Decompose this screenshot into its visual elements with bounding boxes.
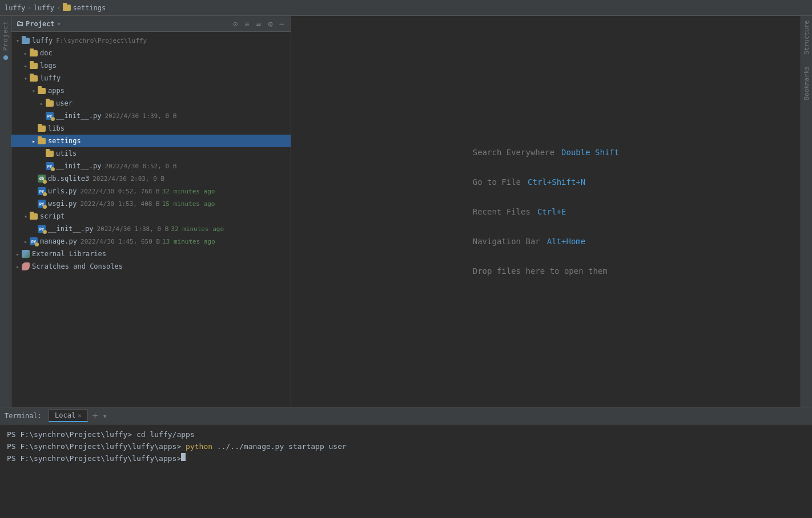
tree-item-user[interactable]: user bbox=[11, 97, 291, 110]
item-urls: urls.py bbox=[48, 187, 77, 195]
item-db: db.sqlite3 bbox=[48, 175, 89, 183]
tree-root[interactable]: luffy F:\synchro\Project\luffy bbox=[11, 34, 291, 47]
breadcrumb-folder-icon bbox=[63, 5, 71, 11]
item-apps: apps bbox=[48, 87, 65, 95]
folder-script bbox=[30, 213, 38, 220]
meta-manage: 2022/4/30 1:45, 650 B bbox=[81, 238, 160, 245]
cmd-1: cd luffy/apps bbox=[132, 429, 195, 441]
tree-item-init-script[interactable]: py __init__.py 2022/4/30 1:38, 0 B 32 mi… bbox=[11, 222, 291, 235]
hint-recent: Recent Files Ctrl+E bbox=[473, 207, 566, 216]
structure-tab[interactable]: Structure bbox=[803, 21, 810, 55]
item-scratches: Scratches and Consoles bbox=[32, 262, 123, 270]
item-init-script: __init__.py bbox=[48, 225, 93, 233]
meta-urls: 2022/4/30 0:52, 768 B bbox=[81, 188, 160, 195]
terminal-line-1: PS F:\synchro\Project\luffy> cd luffy/ap… bbox=[7, 429, 805, 441]
right-sidebar: Structure Bookmarks bbox=[801, 16, 812, 407]
sidebar-dot bbox=[3, 55, 8, 60]
prompt-1: PS F:\synchro\Project\luffy> bbox=[7, 429, 132, 441]
panel-title: 🗂 Project ▾ bbox=[16, 19, 228, 28]
goto-key: Ctrl+Shift+N bbox=[528, 177, 585, 187]
breadcrumb: luffy › luffy › settings bbox=[0, 0, 812, 16]
tree-item-external[interactable]: External Libraries bbox=[11, 248, 291, 260]
chevron-user bbox=[38, 99, 46, 107]
meta-init-settings: 2022/4/30 0:52, 0 B bbox=[104, 163, 176, 170]
tree-item-init-settings[interactable]: py __init__.py 2022/4/30 0:52, 0 B bbox=[11, 160, 291, 172]
tree-item-urls[interactable]: py urls.py 2022/4/30 0:52, 768 B 32 minu… bbox=[11, 185, 291, 197]
prompt-2: PS F:\synchro\Project\luffy\luffy\apps> bbox=[7, 441, 181, 453]
py-icon-init-script: py bbox=[38, 225, 46, 233]
bookmarks-tab[interactable]: Bookmarks bbox=[803, 66, 810, 100]
recent-key: Ctrl+E bbox=[537, 207, 566, 216]
chevron-scratches bbox=[14, 262, 22, 270]
breadcrumb-item-3[interactable]: settings bbox=[73, 4, 106, 12]
chevron-logs bbox=[22, 62, 30, 70]
item-utils: utils bbox=[56, 149, 77, 157]
tree-item-apps[interactable]: apps bbox=[11, 84, 291, 97]
cmd-2c: ../../manage.py startapp user bbox=[212, 441, 347, 453]
nav-label: Navigation Bar bbox=[473, 237, 540, 246]
chevron-script bbox=[22, 212, 30, 220]
chevron-settings bbox=[30, 137, 38, 145]
tree-item-doc[interactable]: doc bbox=[11, 47, 291, 59]
panel-header: 🗂 Project ▾ ⊙ ≡ ⇌ ⚙ ─ bbox=[11, 16, 291, 32]
tree-item-scratches[interactable]: Scratches and Consoles bbox=[11, 260, 291, 273]
item-external: External Libraries bbox=[32, 250, 106, 258]
chevron-doc bbox=[22, 49, 30, 57]
tree-item-db[interactable]: db db.sqlite3 2022/4/30 2:03, 0 B bbox=[11, 172, 291, 185]
breadcrumb-sep-2: › bbox=[57, 4, 61, 11]
breadcrumb-item-1[interactable]: luffy bbox=[5, 4, 25, 12]
chevron-manage bbox=[22, 237, 30, 245]
bottom-panel: Terminal: Local ✕ + ▾ PS F:\synchro\Proj… bbox=[0, 407, 812, 518]
tree-item-manage[interactable]: py manage.py 2022/4/30 1:45, 650 B 13 mi… bbox=[11, 235, 291, 248]
root-name: luffy bbox=[32, 37, 53, 44]
prompt-3: PS F:\synchro\Project\luffy\luffy\apps> bbox=[7, 453, 181, 465]
py-icon-manage: py bbox=[30, 237, 38, 245]
terminal-tab-local[interactable]: Local ✕ bbox=[49, 409, 88, 422]
minimize-icon[interactable]: ─ bbox=[278, 18, 286, 30]
root-folder-icon bbox=[22, 38, 30, 44]
terminal-cursor bbox=[181, 453, 186, 461]
item-luffy-sub: luffy bbox=[40, 74, 61, 82]
settings-icon[interactable]: ⚙ bbox=[266, 18, 274, 30]
breadcrumb-sep-1: › bbox=[27, 4, 31, 11]
breadcrumb-item-2[interactable]: luffy bbox=[34, 4, 54, 12]
goto-label: Go to File bbox=[473, 177, 521, 187]
tree-item-libs[interactable]: libs bbox=[11, 122, 291, 135]
item-doc: doc bbox=[40, 49, 53, 57]
tab-close-button[interactable]: ✕ bbox=[78, 412, 82, 419]
folder-libs bbox=[38, 126, 46, 132]
py-icon-wsgi: py bbox=[38, 200, 46, 208]
tree-item-script[interactable]: script bbox=[11, 210, 291, 222]
terminal-tabs: Terminal: Local ✕ + ▾ bbox=[0, 407, 812, 424]
tab-add-button[interactable]: + bbox=[90, 410, 101, 421]
tab-dropdown-button[interactable]: ▾ bbox=[102, 411, 107, 420]
tree-item-logs[interactable]: logs bbox=[11, 59, 291, 72]
folder-logs bbox=[30, 63, 38, 69]
sqlite-icon: db bbox=[38, 175, 46, 183]
ago-urls: 32 minutes ago bbox=[162, 188, 215, 195]
item-init-apps: __init__.py bbox=[56, 112, 101, 120]
hint-search: Search Everywhere Double Shift bbox=[473, 148, 619, 157]
folder-doc bbox=[30, 50, 38, 56]
drop-label: Drop files here to open them bbox=[473, 266, 608, 276]
ago-manage: 13 minutes ago bbox=[162, 238, 215, 245]
chevron-external bbox=[14, 250, 22, 258]
item-init-settings: __init__.py bbox=[56, 162, 101, 170]
cmd-2a bbox=[181, 441, 186, 453]
collapse-icon[interactable]: ≡ bbox=[243, 18, 251, 30]
terminal-body: PS F:\synchro\Project\luffy> cd luffy/ap… bbox=[0, 424, 812, 518]
tree-item-utils[interactable]: utils bbox=[11, 147, 291, 160]
item-logs: logs bbox=[40, 62, 57, 70]
scope-icon[interactable]: ⊙ bbox=[231, 18, 239, 30]
py-icon-init-apps: py bbox=[46, 112, 54, 120]
tree-item-luffy-sub[interactable]: luffy bbox=[11, 72, 291, 84]
tree-item-settings[interactable]: settings bbox=[11, 135, 291, 147]
project-label-vertical: Project bbox=[2, 21, 9, 51]
panel-actions: ⊙ ≡ ⇌ ⚙ ─ bbox=[231, 18, 286, 30]
tree-item-init-apps[interactable]: py __init__.py 2022/4/30 1:39, 0 B bbox=[11, 110, 291, 122]
filter-icon[interactable]: ⇌ bbox=[255, 18, 263, 30]
tree-item-wsgi[interactable]: py wsgi.py 2022/4/30 1:53, 408 B 15 minu… bbox=[11, 197, 291, 210]
chevron-apps bbox=[30, 87, 38, 95]
hint-goto: Go to File Ctrl+Shift+N bbox=[473, 177, 585, 187]
panel-dropdown-icon[interactable]: ▾ bbox=[57, 20, 61, 28]
